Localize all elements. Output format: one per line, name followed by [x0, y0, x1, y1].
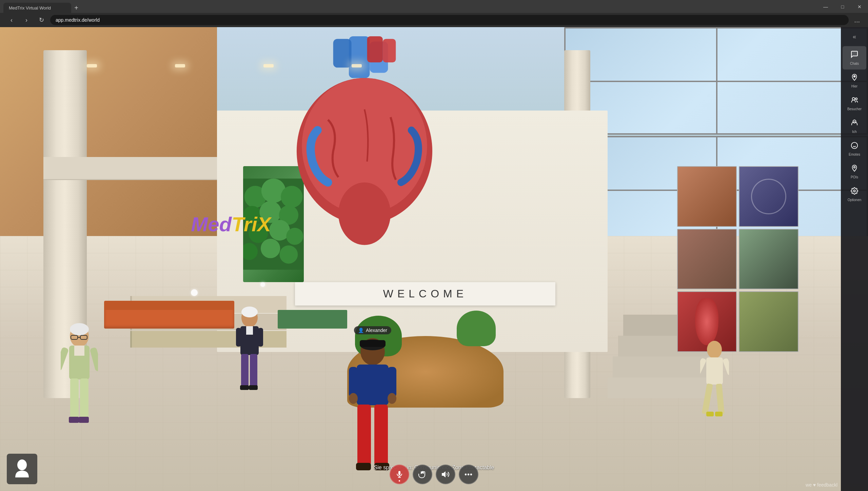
svg-marker-68: [442, 472, 445, 477]
svg-rect-32: [79, 417, 89, 423]
svg-rect-53: [357, 405, 371, 466]
svg-rect-31: [69, 417, 79, 423]
svg-point-69: [17, 459, 27, 470]
svg-rect-29: [70, 378, 79, 419]
dot-indicator-2: [260, 282, 265, 287]
branding: we ♥ feedbackl: [806, 482, 837, 488]
minimize-button[interactable]: —: [817, 0, 834, 14]
medtrix-logo: MedTriX: [191, 213, 271, 236]
svg-rect-61: [706, 412, 714, 416]
ceiling-light-4: [352, 64, 362, 67]
svg-rect-40: [250, 354, 257, 388]
gallery-img-2: [739, 166, 798, 227]
gallery-img-4: [739, 229, 798, 289]
gallery-img-6: [739, 291, 798, 352]
svg-rect-43: [236, 328, 241, 347]
svg-point-78: [853, 190, 855, 192]
sidebar-collapse-button[interactable]: «: [848, 31, 861, 43]
svg-rect-59: [702, 384, 713, 415]
logo-med: Med: [191, 213, 232, 236]
svg-point-21: [338, 182, 391, 245]
svg-rect-39: [241, 354, 249, 388]
optionen-label: Optionen: [848, 198, 862, 202]
avatar-icon: 👤: [358, 328, 364, 333]
active-tab[interactable]: MedTrix Virtual World: [3, 3, 71, 13]
user-silhouette-icon: [14, 459, 31, 479]
image-gallery: [677, 166, 798, 352]
svg-rect-14: [349, 36, 370, 78]
heart-svg: [278, 36, 451, 245]
gallery-img-3: [677, 229, 737, 289]
svg-rect-28: [74, 346, 84, 356]
svg-rect-50: [388, 367, 396, 397]
chats-label: Chats: [850, 62, 859, 65]
bottom-controls: •••: [390, 465, 478, 484]
ceiling-light-2: [175, 64, 185, 67]
logo-x: X: [257, 213, 271, 236]
svg-point-23: [70, 323, 89, 335]
ich-label: Ich: [852, 130, 856, 134]
svg-rect-18: [383, 39, 396, 62]
add-tab-button[interactable]: +: [71, 3, 81, 13]
close-button[interactable]: ✕: [851, 0, 868, 14]
viewport: MedTriX: [0, 27, 868, 491]
forward-button[interactable]: ›: [20, 14, 33, 26]
sidebar-item-optionen[interactable]: Optionen: [843, 183, 866, 206]
svg-rect-65: [398, 471, 400, 475]
svg-rect-60: [716, 384, 725, 415]
avatar-name-text: Alexander: [366, 328, 387, 333]
gesture-button[interactable]: [413, 465, 432, 484]
voice-button[interactable]: [390, 465, 409, 484]
avatar-mid-left: [234, 306, 265, 408]
nav-more-button[interactable]: ...: [851, 16, 863, 24]
svg-rect-55: [356, 463, 371, 470]
pois-label: POIs: [851, 175, 858, 179]
svg-rect-47: [360, 340, 386, 347]
svg-point-71: [852, 98, 855, 100]
emotes-icon: [851, 142, 858, 151]
sidebar-item-chats[interactable]: Chats: [843, 46, 866, 70]
address-bar[interactable]: [50, 15, 849, 25]
back-button[interactable]: ‹: [5, 14, 18, 26]
tab-bar: MedTrix Virtual World + — □ ✕: [0, 0, 868, 14]
more-options-button[interactable]: •••: [459, 465, 478, 484]
svg-rect-34: [90, 347, 98, 372]
audio-button[interactable]: [436, 465, 455, 484]
svg-point-52: [388, 393, 396, 404]
sidebar-item-emotes[interactable]: Emotes: [843, 138, 866, 160]
welcome-sign: WELCOME: [295, 282, 555, 305]
svg-point-72: [855, 98, 857, 100]
sidebar-item-besucher[interactable]: Besucher: [843, 92, 866, 115]
nav-bar: ‹ › ↻ ...: [0, 13, 868, 27]
besucher-label: Besucher: [847, 107, 862, 111]
maximize-button[interactable]: □: [834, 0, 851, 14]
svg-rect-62: [715, 412, 723, 416]
svg-rect-48: [357, 365, 389, 405]
hand-icon: [418, 470, 427, 478]
svg-rect-63: [700, 358, 707, 375]
more-dots-icon: •••: [465, 471, 473, 478]
svg-point-36: [241, 307, 258, 317]
sidebar-item-hier[interactable]: Hier: [843, 70, 866, 92]
svg-point-12: [261, 239, 280, 258]
svg-point-57: [707, 341, 722, 358]
hier-label: Hier: [851, 84, 857, 88]
svg-point-77: [854, 166, 855, 168]
ceiling-lights: [87, 64, 608, 67]
window-controls: — □ ✕: [817, 0, 868, 14]
right-sidebar: « Chats Hier: [841, 27, 868, 491]
svg-rect-17: [367, 36, 383, 62]
mic-icon: [395, 470, 403, 478]
ceiling-light-3: [263, 64, 274, 67]
sidebar-item-pois[interactable]: POIs: [843, 160, 866, 183]
besucher-icon: [850, 96, 859, 106]
avatar-main: 👤 Alexander: [347, 318, 398, 477]
svg-point-51: [349, 393, 358, 404]
user-avatar-button[interactable]: [7, 454, 37, 484]
svg-rect-54: [374, 405, 388, 466]
svg-rect-42: [249, 385, 258, 390]
refresh-button[interactable]: ↻: [35, 14, 47, 26]
seating-back: [104, 301, 234, 310]
sidebar-item-ich[interactable]: Ich: [843, 115, 866, 138]
branding-text: we ♥ feedbackl: [806, 482, 837, 488]
